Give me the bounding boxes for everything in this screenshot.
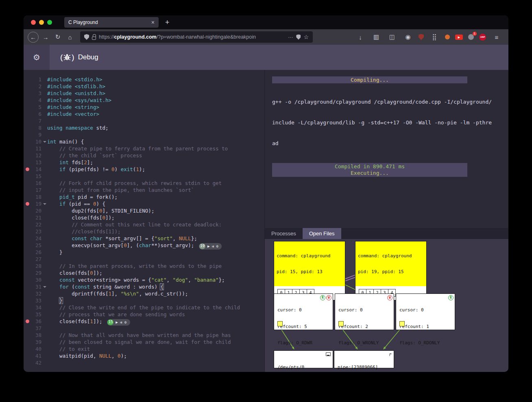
run-speed-icon[interactable]: ⊙ (216, 244, 219, 248)
breakpoint-gutter[interactable] (24, 352, 31, 359)
breakpoint-gutter[interactable] (24, 256, 31, 263)
tracking-protection-icon[interactable] (296, 35, 301, 40)
line-number: 7 (31, 117, 41, 124)
breakpoint-gutter[interactable] (24, 269, 31, 276)
breakpoint-dot[interactable] (24, 318, 31, 325)
line-number: 1 (31, 76, 41, 83)
desktop: C Playground × + ← → ↻ ⌂ https://cplaygr… (0, 0, 532, 402)
youtube-icon[interactable]: ▶ (455, 35, 463, 40)
breakpoint-gutter[interactable] (24, 359, 31, 366)
page-actions-icon[interactable]: ⋯ (288, 34, 294, 40)
breakpoint-gutter[interactable] (24, 297, 31, 304)
abp-icon[interactable]: ABP (479, 34, 486, 41)
breakpoint-gutter[interactable] (24, 242, 31, 249)
breakpoint-gutter[interactable] (24, 187, 31, 193)
step-icon[interactable]: ⇉ (212, 244, 214, 248)
fold-gutter (41, 152, 47, 159)
download-icon[interactable]: ↓ (355, 32, 366, 42)
library-icon[interactable]: ▥ (371, 32, 382, 42)
breakpoint-dot[interactable] (24, 166, 31, 173)
breakpoint-gutter[interactable] (24, 311, 31, 318)
new-tab-button[interactable]: + (165, 18, 170, 27)
fold-chevron-icon[interactable] (41, 200, 47, 207)
right-panel: Compiling... g++ -o /cplayground/cplaygr… (264, 70, 508, 372)
notification-icon[interactable]: 1 (468, 34, 474, 40)
compile-command: g++ -o /cplayground/cplayground /cplaygr… (272, 85, 499, 161)
extension-dot-icon[interactable] (445, 35, 450, 39)
continue-icon[interactable]: ▶ (207, 244, 210, 248)
breakpoint-gutter[interactable] (24, 325, 31, 332)
close-window-button[interactable] (31, 20, 36, 25)
settings-button[interactable]: ⚙ (24, 45, 50, 70)
breakpoint-gutter[interactable] (24, 138, 31, 145)
breakpoint-gutter[interactable] (24, 117, 31, 124)
code-line: 3#include <unistd.h> (24, 90, 264, 97)
fold-gutter (41, 269, 47, 276)
breakpoint-gutter[interactable] (24, 332, 31, 339)
breakpoint-gutter[interactable] (24, 180, 31, 187)
step-icon[interactable]: ⇉ (120, 320, 122, 324)
tab-close-icon[interactable]: × (148, 19, 155, 26)
breakpoint-gutter[interactable] (24, 152, 31, 159)
continue-icon[interactable]: ▶ (116, 320, 118, 324)
code-text: // to exit (47, 346, 264, 352)
tab-processes[interactable]: Processes (265, 228, 303, 239)
line-number: 6 (31, 111, 41, 117)
url-bar[interactable]: https://cplayground.com/?p=wombat-narwha… (80, 31, 313, 43)
breakpoint-gutter[interactable] (24, 346, 31, 352)
profile-icon[interactable]: ◉ (403, 32, 413, 42)
line-number: 14 (31, 166, 41, 173)
bookmark-star-icon[interactable]: ☆ (303, 34, 309, 40)
minimize-window-button[interactable] (39, 20, 44, 25)
breakpoint-gutter[interactable] (24, 159, 31, 166)
breakpoint-gutter[interactable] (24, 283, 31, 290)
code-editor[interactable]: 1#include <stdio.h>2#include <stdlib.h>3… (24, 70, 264, 372)
breakpoint-gutter[interactable] (24, 290, 31, 297)
breakpoint-gutter[interactable] (24, 90, 31, 97)
breakpoint-gutter[interactable] (24, 235, 31, 242)
code-line: 24 const char *sort_argv[] = {"sort", NU… (24, 235, 264, 242)
breakpoint-gutter[interactable] (24, 104, 31, 111)
extension-bars-icon[interactable]: ⣿ (429, 32, 440, 42)
breakpoint-gutter[interactable] (24, 111, 31, 117)
fold-gutter (41, 76, 47, 83)
code-line: 13 int fds[2]; (24, 159, 264, 166)
ublock-icon[interactable] (419, 34, 424, 40)
breakpoint-gutter[interactable] (24, 263, 31, 269)
browser-tab[interactable]: C Playground × (64, 17, 159, 28)
breakpoint-gutter[interactable] (24, 221, 31, 228)
back-button[interactable]: ← (28, 32, 39, 43)
breakpoint-gutter[interactable] (24, 145, 31, 152)
zoom-window-button[interactable] (47, 20, 52, 25)
home-button[interactable]: ⌂ (65, 32, 75, 42)
sidebar-icon[interactable]: ◫ (387, 32, 397, 42)
tab-open-files[interactable]: Open Files (303, 228, 341, 239)
fold-chevron-icon[interactable] (41, 138, 47, 145)
fold-gutter (41, 124, 47, 131)
fold-chevron-icon[interactable] (41, 283, 47, 290)
breakpoint-gutter[interactable] (24, 124, 31, 131)
breakpoint-gutter[interactable] (24, 214, 31, 221)
breakpoint-gutter[interactable] (24, 304, 31, 311)
menu-icon[interactable]: ≡ (491, 32, 502, 42)
code-text: #include <unistd.h> (47, 90, 264, 97)
breakpoint-gutter[interactable] (24, 207, 31, 214)
forward-button[interactable]: → (40, 32, 51, 42)
breakpoint-gutter[interactable] (24, 339, 31, 346)
breakpoint-gutter[interactable] (24, 193, 31, 200)
terminal-output[interactable]: Compiling... g++ -o /cplayground/cplaygr… (265, 70, 508, 228)
code-line: 16 // Fork off child process, which rewi… (24, 180, 264, 187)
breakpoint-gutter[interactable] (24, 76, 31, 83)
breakpoint-gutter[interactable] (24, 97, 31, 104)
breakpoint-gutter[interactable] (24, 131, 31, 138)
fold-gutter (41, 339, 47, 346)
breakpoint-dot[interactable] (24, 200, 31, 207)
breakpoint-gutter[interactable] (24, 249, 31, 256)
breakpoint-gutter[interactable] (24, 173, 31, 180)
breakpoint-gutter[interactable] (24, 83, 31, 90)
breakpoint-gutter[interactable] (24, 228, 31, 235)
breakpoint-gutter[interactable] (24, 276, 31, 283)
run-speed-icon[interactable]: ⊙ (124, 320, 127, 324)
reload-button[interactable]: ↻ (52, 32, 63, 42)
shield-permissions-icon[interactable] (84, 34, 89, 40)
